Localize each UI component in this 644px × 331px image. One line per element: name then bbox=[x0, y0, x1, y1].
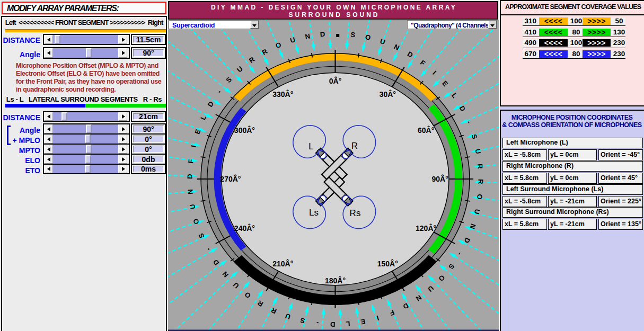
svg-text:D: D bbox=[186, 174, 193, 179]
svg-text:180Â°: 180Â° bbox=[325, 276, 346, 285]
svg-text:150Â°: 150Â° bbox=[377, 259, 398, 268]
svg-text:L: L bbox=[346, 320, 350, 328]
svg-text:R: R bbox=[351, 141, 358, 151]
svg-text:D: D bbox=[330, 320, 336, 328]
svg-text:60Â°: 60Â° bbox=[418, 126, 434, 135]
svg-text:N: N bbox=[186, 189, 195, 195]
svg-text:30Â°: 30Â° bbox=[380, 90, 396, 99]
svg-text:330Â°: 330Â° bbox=[272, 90, 293, 99]
svg-text:D: D bbox=[320, 30, 325, 39]
svg-text:R: R bbox=[477, 179, 484, 184]
svg-text:Rs: Rs bbox=[350, 208, 361, 218]
svg-text:Ls: Ls bbox=[309, 208, 319, 218]
svg-text:210Â°: 210Â° bbox=[272, 259, 293, 268]
svg-text:270Â°: 270Â° bbox=[220, 174, 241, 183]
svg-text:90Â°: 90Â° bbox=[431, 174, 448, 183]
svg-text:240Â°: 240Â° bbox=[234, 223, 255, 232]
svg-text:0Â°: 0Â° bbox=[329, 76, 342, 85]
svg-text:L: L bbox=[308, 141, 313, 151]
svg-text:O: O bbox=[475, 194, 484, 200]
svg-text:120Â°: 120Â° bbox=[416, 223, 436, 232]
svg-text:300Â°: 300Â° bbox=[234, 126, 255, 135]
